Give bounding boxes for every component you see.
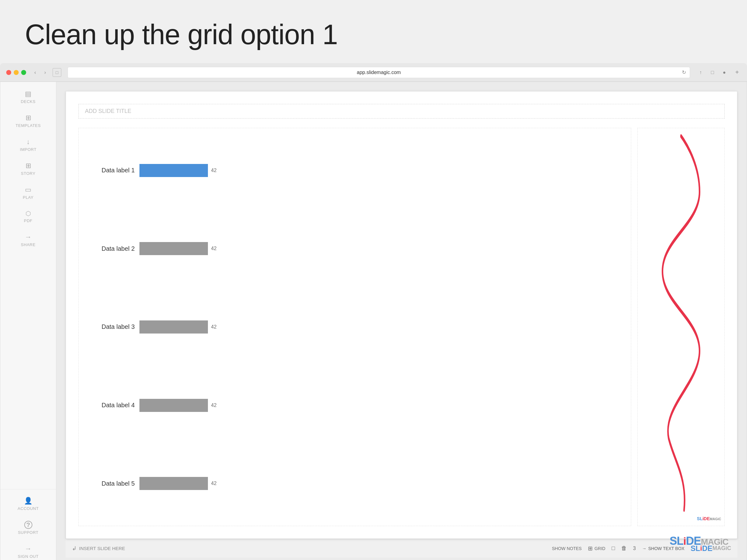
chart-bar-container-4: 42 [139,399,625,412]
url-bar[interactable]: app.slidemagic.com ↻ [68,67,690,78]
chart-row-1: Data label 1 42 [85,164,625,177]
chart-bar-container-3: 42 [139,320,625,334]
page-title: Clean up the grid option 1 [0,0,747,63]
templates-label: TEMPLATES [16,123,41,128]
chart-label-1: Data label 1 [85,167,135,174]
arrow-right-icon: → [642,546,646,551]
sidebar-item-decks[interactable]: ▤ DECKS [0,85,56,109]
sidebar-item-signout[interactable]: → SIGN OUT [0,540,56,560]
sidebar-item-support[interactable]: ? SUPPORT [0,516,56,540]
chart-label-3: Data label 3 [85,323,135,330]
copy-icon: □ [612,545,615,552]
url-text: app.slidemagic.com [357,70,401,75]
slide-canvas: ADD SLIDE TITLE Data label 1 42 Data la [66,91,737,539]
support-label: SUPPORT [18,530,38,535]
sidebar-item-templates[interactable]: ⊞ TEMPLATES [0,109,56,133]
sidebar-item-play[interactable]: ▭ PLAY [0,181,56,205]
decks-icon: ▤ [25,90,31,98]
insert-slide-button[interactable]: ↲ INSERT SLIDE HERE [72,545,125,552]
show-notes-label: SHOW NOTES [552,546,582,551]
decks-label: DECKS [21,99,35,104]
import-label: IMPORT [20,147,36,152]
share-label: SHARE [21,242,35,247]
story-icon: ⊞ [26,162,31,170]
content-area: ADD SLIDE TITLE Data label 1 42 Data la [56,82,747,560]
app-container: ▤ DECKS ⊞ TEMPLATES ↓ IMPORT ⊞ STORY ▭ P… [0,82,747,560]
signout-label: SIGN OUT [18,554,38,559]
slide-body: Data label 1 42 Data label 2 42 [78,128,725,526]
chart-bar-2 [139,242,208,255]
sidebar-bottom: 👤 ACCOUNT ? SUPPORT → SIGN OUT [0,489,56,560]
copy-slide-button[interactable]: □ [612,545,615,552]
chart-area: Data label 1 42 Data label 2 42 [78,128,631,526]
trash-icon: 🗑 [621,545,627,552]
browser-actions: ↑ □ ● + [696,68,741,77]
chart-row-3: Data label 3 42 [85,320,625,334]
share-icon[interactable]: ↑ [696,68,705,77]
slide-title-placeholder[interactable]: ADD SLIDE TITLE [78,104,725,118]
chart-bar-container-1: 42 [139,164,625,177]
dot-green[interactable] [21,70,26,75]
chart-value-1: 42 [211,168,216,173]
account-label: ACCOUNT [18,506,39,511]
import-icon: ↓ [26,138,30,146]
insert-slide-icon: ↲ [72,545,77,552]
chart-row-5: Data label 5 42 [85,477,625,490]
chart-bar-4 [139,399,208,412]
sidebar-item-account[interactable]: 👤 ACCOUNT [0,492,56,516]
chart-bar-container-2: 42 [139,242,625,255]
chart-value-2: 42 [211,246,216,251]
back-button[interactable]: ‹ [31,68,40,77]
templates-icon: ⊞ [26,114,31,122]
show-notes-button[interactable]: SHOW NOTES [552,546,582,551]
page-slidemagic-logo: SLiDEMAGiC [670,534,728,548]
chart-row-4: Data label 4 42 [85,399,625,412]
sidebar: ▤ DECKS ⊞ TEMPLATES ↓ IMPORT ⊞ STORY ▭ P… [0,82,56,560]
browser-chrome: ‹ › □ app.slidemagic.com ↻ ↑ □ ● + [0,63,747,82]
chart-value-3: 42 [211,324,216,330]
line-chart-svg [638,128,724,526]
delete-slide-button[interactable]: 🗑 [621,545,627,552]
slide-count: 3 [633,546,636,551]
signout-icon: → [25,545,32,553]
chart-value-5: 42 [211,481,216,486]
sidebar-item-import[interactable]: ↓ IMPORT [0,133,56,157]
grid-label: GRID [594,546,606,551]
browser-nav-buttons: ‹ › [31,68,50,77]
dot-red[interactable] [6,70,11,75]
chart-value-4: 42 [211,403,216,408]
pdf-label: PDF [24,218,33,223]
chart-row-2: Data label 2 42 [85,242,625,255]
tab-button[interactable]: □ [53,68,61,77]
chart-label-4: Data label 4 [85,402,135,409]
chart-bar-1 [139,164,208,177]
chart-label-2: Data label 2 [85,245,135,252]
pdf-icon: ⬡ [26,210,31,217]
bottom-bar: ↲ INSERT SLIDE HERE SHOW NOTES ⊞ GRID □ … [66,539,737,558]
share-icon: → [25,233,32,241]
play-icon: ▭ [25,186,31,194]
new-tab-button[interactable]: + [733,69,741,76]
chart-label-5: Data label 5 [85,480,135,487]
play-label: PLAY [23,195,33,200]
support-icon: ? [24,521,32,529]
browser-dots [6,70,26,75]
slide-inner-logo: SLiDEMAGiC [697,516,721,521]
chart-bar-container-5: 42 [139,477,625,490]
grid-button[interactable]: ⊞ GRID [588,545,606,552]
insert-slide-label: INSERT SLIDE HERE [79,546,125,551]
sidebar-item-share[interactable]: → SHARE [0,228,56,252]
chart-bar-3 [139,320,208,334]
line-chart-area: SLiDEMAGiC [638,128,725,526]
grid-icon: ⊞ [588,545,593,552]
dot-yellow[interactable] [14,70,19,75]
refresh-icon[interactable]: ↻ [682,70,686,75]
account-icon: 👤 [24,497,32,505]
forward-button[interactable]: › [41,68,50,77]
sidebar-item-pdf[interactable]: ⬡ PDF [0,205,56,228]
chart-bar-5 [139,477,208,490]
story-label: STORY [21,171,35,176]
sidebar-item-story[interactable]: ⊞ STORY [0,157,56,181]
info-icon[interactable]: ● [720,68,729,77]
bookmark-icon[interactable]: □ [708,68,717,77]
